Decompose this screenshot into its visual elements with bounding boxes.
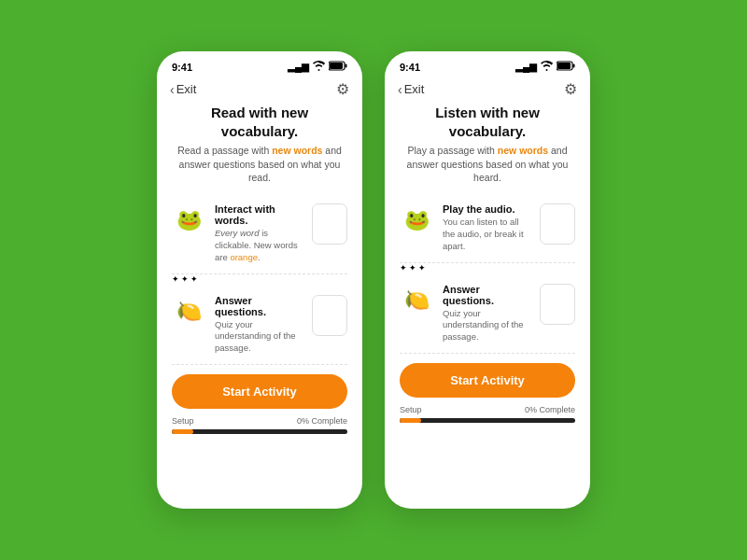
setup-label-left: Setup: [172, 416, 194, 426]
wifi-icon-left: [313, 61, 325, 73]
phone-right: 9:41 ▂▄▆ ‹ Exit ⚙ Listen with new vocabu…: [385, 51, 590, 509]
back-button-right[interactable]: ‹ Exit: [398, 82, 424, 97]
spark-icon-right-2: ✦: [409, 263, 416, 273]
main-title-right: Listen with new vocabulary.: [400, 104, 575, 140]
card-thumb-right-2: [540, 284, 575, 325]
setup-label-right: Setup: [400, 405, 422, 414]
card-desc-left-1: Every word is clickable. New words are o…: [215, 228, 303, 263]
activity-card-right-1: 🐸 Play the audio. You can listen to all …: [400, 194, 575, 262]
activity-card-right-2: 🍋 Answer questions. Quiz your understand…: [400, 274, 575, 354]
spark-icon-left: ✦: [172, 274, 179, 284]
card-title-right-2: Answer questions.: [443, 284, 530, 306]
card-title-right-1: Play the audio.: [443, 203, 530, 215]
subtitle-highlight-right: new words: [498, 145, 548, 156]
complete-label-left: 0% Complete: [297, 416, 347, 426]
card-title-left-2: Answer questions.: [215, 295, 303, 317]
progress-fill-left: [172, 429, 193, 434]
subtitle-highlight-left: new words: [272, 145, 322, 156]
svg-rect-5: [557, 63, 571, 69]
phone-content-left: Read with new vocabulary. Read a passage…: [157, 104, 362, 509]
status-icons-left: ▂▄▆: [288, 61, 347, 73]
complete-label-right: 0% Complete: [525, 405, 575, 414]
status-icons-right: ▂▄▆: [515, 61, 575, 73]
svg-rect-2: [330, 63, 343, 69]
signal-icon-right: ▂▄▆: [515, 62, 537, 72]
card-thumb-left-2: [312, 295, 347, 336]
battery-icon-right: [557, 61, 575, 73]
nav-bar-left: ‹ Exit ⚙: [157, 77, 362, 104]
time-right: 9:41: [400, 62, 420, 73]
card-icon-left-1: 🐸: [172, 203, 205, 237]
progress-section-right: Setup 0% Complete: [400, 405, 575, 432]
card-text-right-2: Answer questions. Quiz your understandin…: [443, 284, 530, 343]
title-section-left: Read with new vocabulary. Read a passage…: [172, 104, 347, 185]
card-icon-right-1: 🐸: [400, 203, 433, 237]
progress-track-right: [400, 418, 575, 423]
subtitle-before-right: Play a passage with: [407, 145, 497, 156]
start-activity-button-left[interactable]: Start Activity: [172, 374, 347, 409]
spark-icon-right-3: ✦: [418, 263, 426, 273]
exit-label-right: Exit: [404, 82, 425, 96]
progress-labels-right: Setup 0% Complete: [400, 405, 575, 414]
main-title-left: Read with new vocabulary.: [172, 104, 347, 140]
settings-icon-left[interactable]: ⚙: [336, 80, 349, 98]
progress-fill-right: [400, 418, 421, 423]
time-left: 9:41: [172, 62, 192, 73]
card-title-left-1: Interact with words.: [215, 203, 303, 226]
sparks-left: ✦ ✦ ✦: [172, 274, 347, 284]
start-activity-button-right[interactable]: Start Activity: [400, 363, 575, 398]
card-text-right-1: Play the audio. You can listen to all th…: [443, 203, 530, 252]
exit-label-left: Exit: [176, 82, 197, 96]
card-text-left-2: Answer questions. Quiz your understandin…: [215, 295, 303, 355]
activity-card-left-1: 🐸 Interact with words. Every word is cli…: [172, 194, 347, 273]
chevron-icon-left: ‹: [170, 82, 175, 97]
phone-left: 9:41 ▂▄▆ ‹ Exit ⚙ Read with new vocabula…: [157, 51, 362, 509]
subtitle-left: Read a passage with new words and answer…: [172, 144, 347, 185]
signal-icon-left: ▂▄▆: [288, 62, 309, 72]
phone-content-right: Listen with new vocabulary. Play a passa…: [385, 104, 590, 509]
card-desc-right-2: Quiz your understanding of the passage.: [443, 308, 530, 343]
card-thumb-right-1: [540, 203, 575, 245]
progress-track-left: [172, 429, 347, 434]
sparks-right: ✦ ✦ ✦: [400, 263, 575, 273]
chevron-icon-right: ‹: [398, 82, 402, 97]
back-button-left[interactable]: ‹ Exit: [170, 82, 196, 97]
subtitle-right: Play a passage with new words and answer…: [400, 144, 575, 185]
nav-bar-right: ‹ Exit ⚙: [385, 77, 590, 104]
spark-icon-right: ✦: [400, 263, 407, 273]
card-desc-left-2: Quiz your understanding of the passage.: [215, 319, 303, 355]
card-text-left-1: Interact with words. Every word is click…: [215, 203, 303, 263]
wifi-icon-right: [541, 61, 553, 73]
svg-rect-4: [573, 64, 575, 68]
card-icon-right-2: 🍋: [400, 284, 433, 317]
card-desc-right-1: You can listen to all the audio, or brea…: [443, 217, 530, 252]
activity-card-left-2: 🍋 Answer questions. Quiz your understand…: [172, 286, 347, 365]
spark-icon-left-3: ✦: [190, 274, 198, 284]
card-icon-left-2: 🍋: [172, 295, 205, 329]
progress-labels-left: Setup 0% Complete: [172, 416, 347, 426]
settings-icon-right[interactable]: ⚙: [564, 80, 577, 98]
battery-icon-left: [329, 61, 347, 73]
svg-rect-1: [345, 64, 347, 68]
card-thumb-left-1: [312, 203, 347, 245]
subtitle-before-left: Read a passage with: [177, 145, 272, 156]
status-bar-right: 9:41 ▂▄▆: [385, 51, 590, 77]
progress-section-left: Setup 0% Complete: [172, 416, 347, 443]
title-section-right: Listen with new vocabulary. Play a passa…: [400, 104, 575, 185]
status-bar-left: 9:41 ▂▄▆: [157, 51, 362, 77]
spark-icon-left-2: ✦: [181, 274, 189, 284]
